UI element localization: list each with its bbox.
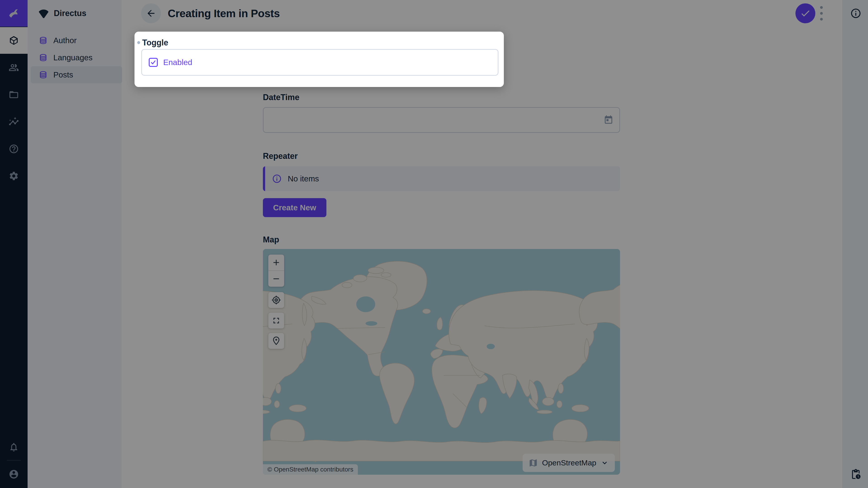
edited-indicator-dot <box>137 41 140 44</box>
toggle-interface[interactable]: Enabled <box>141 49 498 76</box>
enabled-checkbox-label[interactable]: Enabled <box>163 58 192 67</box>
checkmark-icon <box>150 59 156 66</box>
toggle-field-card: Toggle Enabled <box>134 32 504 87</box>
toggle-label: Toggle <box>142 38 168 47</box>
enabled-checkbox[interactable] <box>149 58 158 67</box>
